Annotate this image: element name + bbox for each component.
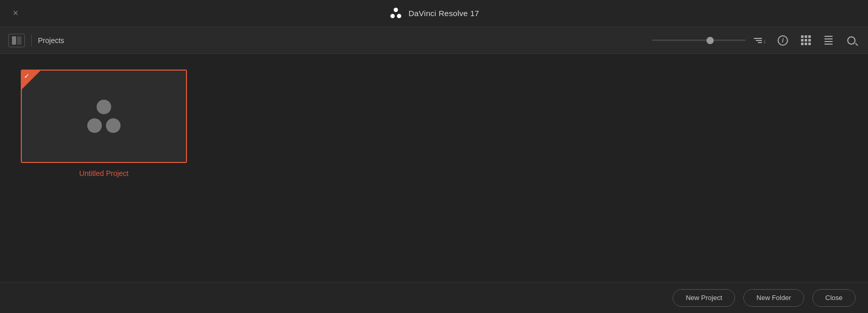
project-card[interactable]: ✓ Untitled Project (21, 70, 187, 178)
svg-point-0 (394, 7, 398, 11)
svg-point-2 (397, 13, 402, 18)
davinci-logo-icon (389, 6, 403, 21)
toolbar: Projects ↓ i (0, 27, 868, 54)
sort-arrow-icon: ↓ (763, 38, 766, 44)
sidebar-toggle-icon (12, 36, 21, 45)
app-title-area: DaVinci Resolve 17 (389, 6, 479, 21)
sort-icon (754, 38, 762, 43)
toolbar-divider (31, 34, 32, 47)
project-name-label: Untitled Project (79, 169, 129, 178)
list-view-button[interactable] (820, 32, 837, 49)
close-button[interactable]: Close (812, 289, 856, 307)
svg-point-5 (106, 118, 121, 133)
main-content: ✓ Untitled Project (0, 54, 868, 282)
projects-grid: ✓ Untitled Project (0, 54, 868, 193)
bottom-bar: New Project New Folder Close (0, 282, 868, 313)
list-view-icon (824, 36, 833, 45)
projects-label: Projects (38, 36, 64, 45)
grid-view-button[interactable] (797, 32, 814, 49)
card-davinci-logo (83, 96, 125, 137)
project-logo-icon (83, 96, 125, 137)
sidebar-toggle-button[interactable] (8, 34, 25, 47)
size-slider[interactable] (652, 39, 745, 41)
search-icon (847, 36, 856, 45)
svg-point-1 (391, 13, 395, 18)
search-button[interactable] (843, 32, 860, 49)
new-folder-button[interactable]: New Folder (743, 289, 804, 307)
svg-point-4 (87, 118, 102, 133)
selected-check-icon: ✓ (24, 73, 30, 79)
project-thumbnail: ✓ (21, 70, 187, 163)
new-project-button[interactable]: New Project (673, 289, 735, 307)
app-name-label: DaVinci Resolve 17 (408, 9, 479, 18)
title-bar: × DaVinci Resolve 17 (0, 0, 868, 27)
svg-point-3 (97, 100, 111, 114)
info-icon: i (778, 35, 788, 46)
slider-thumb (706, 37, 714, 44)
info-button[interactable]: i (774, 32, 791, 49)
close-window-icon: × (13, 8, 19, 19)
grid-view-icon (801, 35, 811, 45)
sort-button[interactable]: ↓ (752, 32, 768, 49)
close-window-button[interactable]: × (10, 8, 21, 19)
slider-track (652, 39, 745, 41)
